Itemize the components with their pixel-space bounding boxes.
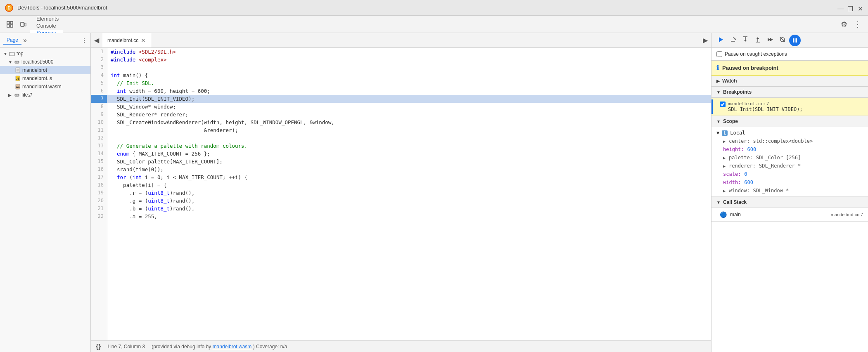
line-num-8: 8 [91,103,107,111]
code-line-4: int main() { [107,71,711,79]
svg-rect-4 [7,25,9,27]
renderer-chevron[interactable]: ▶ [723,164,726,168]
tree-item-mandelbrot-js[interactable]: JS mandelbrot.js [0,74,90,83]
step-over-btn[interactable] [727,35,739,46]
watch-section-header[interactable]: ▶ Watch [711,76,868,87]
tree-item-mandelbrot[interactable]: mandelbrot [0,66,90,74]
svg-line-34 [780,37,785,42]
code-line-8: SDL_Window* window; [107,103,711,111]
top-chevron: ▼ [3,52,7,56]
svg-marker-24 [735,38,736,40]
breakpoint-notice-text: Paused on breakpoint [722,65,778,71]
line-num-12: 12 [91,134,107,142]
callstack-main[interactable]: 🔵 main mandelbrot.cc:7 [711,210,868,220]
file-label: file:// [21,92,32,98]
scope-scale: scale: 0 [711,170,868,178]
step-continue-btn[interactable] [764,35,776,46]
breakpoint-item: mandelbrot.cc:7 SDL_Init(SDL_INIT_VIDEO)… [711,99,868,114]
code-line-3 [107,64,711,71]
svg-text:WA: WA [16,86,20,88]
local-label: Local [730,130,745,136]
pause-exceptions-checkbox[interactable] [716,51,722,57]
code-line-17: for (int i = 0; i < MAX_ITER_COUNT; ++i)… [107,173,711,181]
code-line-12 [107,134,711,142]
editor-tab-close[interactable]: ✕ [141,37,146,44]
file-icon-mandelbrot [15,67,21,73]
line-num-9: 9 [91,111,107,118]
scope-section-header[interactable]: ▼ Scope [711,116,868,127]
scope-renderer: ▶ renderer: SDL_Renderer * [711,162,868,170]
line-num-21: 21 [91,205,107,213]
debug-file-link[interactable]: mandelbrot.wasm [213,344,252,350]
callstack-file: mandelbrot.cc:7 [831,212,863,217]
line-num-14: 14 [91,150,107,158]
code-line-18: palette[i] = { [107,181,711,189]
top-label: top [17,51,24,57]
tree-item-top[interactable]: ▼ top [0,50,90,58]
code-line-6: int width = 600, height = 600; [107,87,711,95]
watch-chevron: ▶ [716,79,720,83]
mandelbrot-label: mandelbrot [22,67,47,73]
device-toggle-btn[interactable] [17,16,30,33]
close-button[interactable]: ✕ [857,5,863,11]
breakpoints-label: Breakpoints [723,89,752,95]
settings-button[interactable]: ⚙ [837,16,851,33]
scope-window: ▶ window: SDL_Window * [711,187,868,195]
run-btn[interactable]: ▶ [700,36,711,44]
maximize-button[interactable]: ❐ [847,5,853,11]
line-num-11: 11 [91,126,107,134]
main-container: Page » ⋮ ▼ top ▼ loc [0,33,868,352]
code-content[interactable]: #include <SDL2/SDL.h> #include <complex>… [107,48,711,340]
svg-point-20 [15,94,19,97]
expand-tabs-btn[interactable]: » [23,37,27,44]
window-chevron[interactable]: ▶ [723,189,726,193]
cursor-position: Line 7, Column 3 [107,344,145,350]
tree-item-file[interactable]: ▶ file:// [0,91,90,99]
code-line-15: SDL_Color palette[MAX_ITER_COUNT]; [107,158,711,165]
code-editor[interactable]: 1 2 3 4 5 6 7 8 9 10 11 12 13 14 15 16 1… [91,48,711,340]
tree-item-mandelbrot-wasm[interactable]: WA mandelbrot.wasm [0,83,90,91]
svg-rect-7 [24,23,26,26]
window-title: DevTools - localhost:5000/mandelbrot [17,5,107,11]
pause-btn[interactable] [789,35,801,46]
center-chevron[interactable]: ▶ [723,139,726,144]
step-out-btn[interactable] [752,35,764,46]
line-num-7: 7 [91,95,107,103]
scope-chevron: ▼ [716,119,721,124]
code-line-21: .b = (uint8_t)rand(), [107,205,711,213]
local-badge: L [722,130,728,136]
breakpoint-checkbox[interactable] [720,102,726,107]
inspect-icon-btn[interactable] [3,16,17,33]
palette-chevron[interactable]: ▶ [723,156,726,160]
editor-tabs: ◀ mandelbrot.cc ✕ ▶ [91,33,711,48]
line-num-2: 2 [91,56,107,64]
line-num-15: 15 [91,158,107,165]
tab-console[interactable]: Console [30,23,63,30]
cloud-icon-localhost [14,59,20,65]
mandelbrot-wasm-label: mandelbrot.wasm [22,84,62,90]
cloud-icon-file [14,92,20,98]
more-tools-button[interactable]: ⋮ [851,16,865,33]
minimize-button[interactable]: — [837,5,843,11]
line-num-13: 13 [91,142,107,150]
step-into-btn[interactable] [740,35,751,46]
svg-rect-5 [10,25,13,27]
svg-marker-27 [744,40,747,42]
page-tab[interactable]: Page [3,36,21,45]
scope-content: ▼ L Local ▶ center: std::complex<double>… [711,127,868,197]
resume-btn[interactable] [715,35,726,46]
back-btn[interactable]: ◀ [91,36,102,44]
call-stack-section-header[interactable]: ▼ Call Stack [711,197,868,208]
svg-text:D: D [7,6,10,10]
svg-rect-2 [7,21,9,24]
line-num-10: 10 [91,118,107,126]
breakpoints-section-header[interactable]: ▼ Breakpoints [711,87,868,98]
left-panel-more-btn[interactable]: ⋮ [81,37,87,44]
deactivate-btn[interactable] [777,35,788,46]
code-line-2: #include <complex> [107,56,711,64]
editor-tab-mandelbrot[interactable]: mandelbrot.cc ✕ [102,33,151,47]
tree-item-localhost[interactable]: ▼ localhost:5000 [0,58,90,66]
line-num-16: 16 [91,165,107,173]
center-panel: ◀ mandelbrot.cc ✕ ▶ 1 2 3 4 5 6 7 8 9 10… [91,33,711,352]
tab-elements[interactable]: Elements [30,16,65,23]
